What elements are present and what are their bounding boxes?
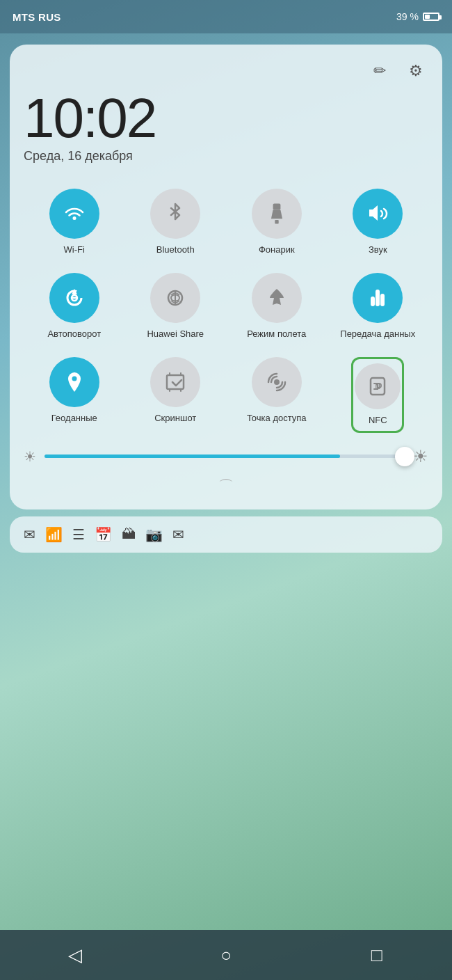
wifi-icon: [49, 189, 99, 239]
tiles-grid: Wi-Fi Bluetooth Фонарик: [24, 189, 428, 433]
data-transfer-icon: [353, 273, 403, 323]
hotspot-icon: [252, 357, 302, 407]
notif-mountain-icon: 🏔: [122, 526, 136, 542]
nav-bar: ◁ ○ □: [0, 930, 452, 980]
geodata-icon: [49, 357, 99, 407]
tile-autorotate[interactable]: Автоповорот: [24, 273, 125, 340]
sound-icon: [353, 189, 403, 239]
carrier-label: MTS RUS: [13, 11, 61, 23]
wifi-label: Wi-Fi: [64, 244, 85, 256]
svg-rect-12: [167, 375, 184, 389]
svg-point-13: [274, 379, 280, 385]
flashlight-icon: [252, 189, 302, 239]
tile-wifi[interactable]: Wi-Fi: [24, 189, 125, 256]
notif-mail-icon: ✉: [24, 526, 35, 543]
svg-text:N: N: [376, 383, 380, 390]
flashlight-label: Фонарик: [259, 244, 295, 256]
svg-rect-10: [371, 297, 375, 306]
date-display: Среда, 16 декабря: [24, 149, 428, 164]
screenshot-label: Скриншот: [154, 413, 196, 425]
notif-rss-icon: ☰: [72, 526, 85, 543]
panel-top-actions: ✏ ⚙: [24, 58, 428, 84]
notif-calendar-icon: 📅: [95, 526, 112, 543]
autorotate-icon: [49, 273, 99, 323]
battery-percent: 39 %: [396, 11, 419, 22]
bluetooth-icon: [150, 189, 200, 239]
screenshot-icon: [150, 357, 200, 407]
tile-huawei-share[interactable]: Huawei Share: [125, 273, 227, 340]
autorotate-label: Автоповорот: [47, 329, 101, 340]
tile-hotspot[interactable]: Точка доступа: [226, 357, 328, 433]
clock-display: 10:02: [24, 90, 428, 146]
tile-bluetooth[interactable]: Bluetooth: [125, 189, 227, 256]
huawei-share-icon: [150, 273, 200, 323]
nfc-label: NFC: [369, 415, 387, 427]
svg-rect-9: [380, 294, 385, 306]
battery-icon: [423, 13, 439, 21]
edit-button[interactable]: ✏: [367, 58, 392, 84]
brightness-row: ☀ ☀: [24, 447, 428, 466]
data-transfer-label: Передача данных: [340, 329, 415, 340]
brightness-high-icon: ☀: [413, 447, 428, 466]
sound-label: Звук: [369, 244, 387, 256]
nav-recent-button[interactable]: □: [356, 934, 398, 976]
tile-screenshot[interactable]: Скриншот: [125, 357, 227, 433]
svg-point-11: [72, 376, 76, 381]
nav-back-button[interactable]: ◁: [54, 934, 96, 976]
brightness-low-icon: ☀: [24, 448, 36, 465]
brightness-fill: [45, 455, 340, 458]
notif-email-icon: ✉: [172, 526, 184, 543]
brightness-thumb[interactable]: [395, 447, 414, 466]
notification-bar: ✉ 📶 ☰ 📅 🏔 📷 ✉: [10, 516, 442, 553]
nav-home-button[interactable]: ○: [205, 934, 247, 976]
tile-airplane[interactable]: Режим полета: [226, 273, 328, 340]
airplane-icon: [252, 273, 302, 323]
bluetooth-label: Bluetooth: [156, 244, 195, 256]
notif-wifi-icon: 📶: [45, 526, 63, 543]
status-right: 39 %: [396, 11, 439, 22]
svg-rect-8: [376, 290, 380, 306]
airplane-label: Режим полета: [247, 329, 306, 340]
geodata-label: Геоданные: [51, 413, 97, 425]
nfc-selected-wrapper: N NFC: [351, 357, 404, 433]
tile-geodata[interactable]: Геоданные: [24, 357, 125, 433]
tile-nfc[interactable]: N NFC: [328, 357, 429, 433]
hotspot-label: Точка доступа: [247, 413, 307, 425]
svg-rect-0: [273, 204, 280, 210]
brightness-slider[interactable]: [45, 455, 405, 458]
notif-instagram-icon: 📷: [145, 526, 163, 543]
quick-settings-panel: ✏ ⚙ 10:02 Среда, 16 декабря Wi-Fi: [10, 45, 442, 509]
svg-rect-1: [275, 220, 278, 223]
settings-button[interactable]: ⚙: [403, 58, 428, 84]
swipe-handle: ⌒: [24, 476, 428, 497]
tile-flashlight[interactable]: Фонарик: [226, 189, 328, 256]
huawei-share-label: Huawei Share: [147, 329, 204, 340]
tile-sound[interactable]: Звук: [328, 189, 429, 256]
status-bar: MTS RUS 39 %: [0, 0, 452, 33]
nfc-icon: N: [355, 363, 401, 409]
tile-data-transfer[interactable]: Передача данных: [328, 273, 429, 340]
